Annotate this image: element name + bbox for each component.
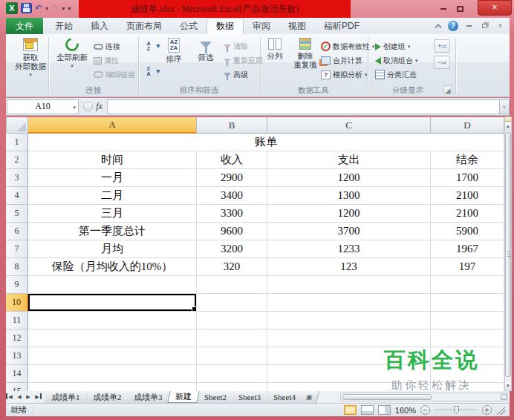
filter-button[interactable]: 筛选 — [191, 38, 221, 84]
tab-公式[interactable]: 公式 — [171, 18, 206, 34]
tab-福昕PDF[interactable]: 福昕PDF — [315, 18, 368, 34]
row-header-7[interactable]: 7 — [6, 240, 28, 258]
last-sheet-button[interactable]: ▶ — [33, 391, 42, 403]
vertical-scrollbar[interactable]: ▲ ▼ — [504, 117, 512, 391]
cell-D11[interactable] — [431, 312, 504, 329]
tab-视图[interactable]: 视图 — [279, 18, 315, 34]
page-layout-view-button[interactable] — [361, 405, 374, 415]
group-button[interactable]: 创建组 ▾ — [375, 40, 411, 53]
help-icon[interactable]: ? — [448, 21, 458, 31]
minimize-button[interactable] — [437, 3, 450, 14]
cell-C6[interactable]: 3700 — [267, 223, 431, 240]
undo-dropdown-icon[interactable]: ▾ — [45, 5, 48, 12]
cell-B14[interactable] — [197, 365, 267, 383]
cell-A3[interactable]: 一月 — [28, 169, 197, 187]
zoom-level[interactable]: 160% — [395, 406, 416, 415]
merged-cell-title[interactable]: 账单 — [28, 134, 504, 151]
show-detail-button[interactable]: +⫤ — [434, 39, 450, 53]
cell-C8[interactable]: 123 — [267, 258, 431, 276]
sheet-tab-成绩单2[interactable]: 成绩单2 — [85, 391, 129, 403]
row-header-4[interactable]: 4 — [6, 187, 28, 205]
cell-A12[interactable] — [28, 329, 197, 347]
tab-file[interactable]: 文件 — [6, 18, 43, 34]
hide-detail-button[interactable]: −⫤ — [434, 56, 450, 69]
sheet-tab-Sheet3[interactable]: Sheet3 — [231, 391, 269, 403]
vertical-scroll-thumb[interactable] — [505, 132, 511, 377]
scroll-down-icon[interactable]: ▼ — [505, 381, 511, 390]
cell-D5[interactable]: 2100 — [431, 205, 504, 223]
row-header-6[interactable]: 6 — [6, 223, 28, 240]
zoom-slider-thumb[interactable] — [454, 406, 459, 414]
cell-C5[interactable]: 1200 — [267, 205, 431, 223]
column-header-C[interactable]: C — [267, 117, 431, 134]
cell-B8[interactable]: 320 — [197, 258, 267, 276]
what-if-analysis-button[interactable]: ? 模拟分析 ▾ — [321, 68, 368, 81]
cell-A4[interactable]: 二月 — [28, 187, 197, 205]
redo-dropdown-icon[interactable]: ▾ — [62, 5, 65, 12]
next-sheet-button[interactable]: ▶ — [24, 391, 33, 403]
row-header-3[interactable]: 3 — [6, 169, 28, 187]
expand-formula-bar-icon[interactable]: ˅ — [499, 99, 510, 114]
redo-icon[interactable]: ↷ — [51, 3, 59, 13]
previous-sheet-button[interactable]: ◀ — [15, 391, 24, 403]
undo-icon[interactable]: ↶ — [35, 3, 42, 13]
sheet-tab-成绩单3[interactable]: 成绩单3 — [126, 391, 170, 403]
cell-A9[interactable] — [28, 276, 197, 294]
ungroup-button[interactable]: 取消组合 ▾ — [375, 54, 418, 67]
properties-button[interactable]: 属性 — [94, 54, 119, 67]
zoom-out-button[interactable]: − — [420, 405, 430, 415]
cell-B4[interactable]: 3400 — [197, 187, 267, 205]
formula-input[interactable] — [107, 99, 499, 114]
reapply-filter-button[interactable]: 重新应用 — [224, 54, 263, 67]
sheet-tab-成绩单1[interactable]: 成绩单1 — [43, 391, 88, 403]
data-validation-button[interactable]: ✓ 数据有效性 ▾ — [321, 40, 375, 53]
cell-D10[interactable] — [431, 294, 504, 312]
name-box[interactable]: A10 ▾ — [7, 99, 79, 114]
page-break-view-button[interactable] — [378, 405, 391, 415]
cell-A15[interactable] — [28, 383, 197, 391]
cell-A11[interactable] — [28, 312, 197, 329]
insert-function-icon[interactable]: fx — [96, 101, 103, 112]
refresh-all-button[interactable]: 全部刷新 ▾ — [53, 38, 91, 84]
cell-C12[interactable] — [267, 329, 431, 347]
workbook-minimize-button[interactable] — [464, 22, 474, 30]
row-header-15[interactable]: 15 — [6, 383, 28, 391]
cell-B7[interactable]: 3200 — [197, 240, 267, 258]
sheet-tab-Sheet4[interactable]: Sheet4 — [266, 391, 304, 403]
column-header-B[interactable]: B — [197, 117, 267, 134]
column-header-D[interactable]: D — [431, 117, 504, 134]
save-icon[interactable] — [21, 3, 32, 13]
row-header-5[interactable]: 5 — [6, 205, 28, 223]
row-header-12[interactable]: 12 — [6, 329, 28, 347]
scroll-up-icon[interactable]: ▲ — [505, 122, 511, 131]
cell-A7[interactable]: 月均 — [28, 240, 197, 258]
cell-D9[interactable] — [431, 276, 504, 294]
outline-dialog-launcher-icon[interactable]: ◢ — [443, 85, 452, 94]
cell-C11[interactable] — [267, 312, 431, 329]
cell-B3[interactable]: 2900 — [197, 169, 267, 187]
row-header-14[interactable]: 14 — [6, 365, 28, 383]
sort-button[interactable]: AZZA 排序 — [158, 38, 189, 84]
cell-C7[interactable]: 1233 — [267, 240, 431, 258]
cell-B11[interactable] — [197, 312, 267, 329]
cell-C3[interactable]: 1200 — [267, 169, 431, 187]
consolidate-button[interactable]: 合并计算 — [321, 54, 362, 67]
row-header-8[interactable]: 8 — [6, 258, 28, 276]
row-header-11[interactable]: 11 — [6, 312, 28, 329]
cell-D6[interactable]: 5900 — [431, 223, 504, 240]
maximize-button[interactable] — [453, 3, 466, 14]
tab-页面布局[interactable]: 页面布局 — [117, 18, 171, 34]
cell-B9[interactable] — [197, 276, 267, 294]
cell-A2[interactable]: 时间 — [28, 151, 197, 169]
cell-C9[interactable] — [267, 276, 431, 294]
get-external-data-button[interactable]: 获取 外部数据 ▾ — [13, 38, 48, 84]
cell-A10[interactable] — [28, 294, 197, 312]
clear-filter-button[interactable]: 清除 — [224, 40, 248, 53]
subtotal-button[interactable]: 分类汇总 — [375, 68, 417, 81]
cell-D2[interactable]: 结余 — [431, 151, 504, 169]
advanced-filter-button[interactable]: 高级 — [224, 68, 248, 81]
row-header-9[interactable]: 9 — [6, 276, 28, 294]
cell-B6[interactable]: 9600 — [197, 223, 267, 240]
horizontal-scrollbar[interactable] — [340, 393, 508, 401]
cell-B2[interactable]: 收入 — [197, 151, 267, 169]
